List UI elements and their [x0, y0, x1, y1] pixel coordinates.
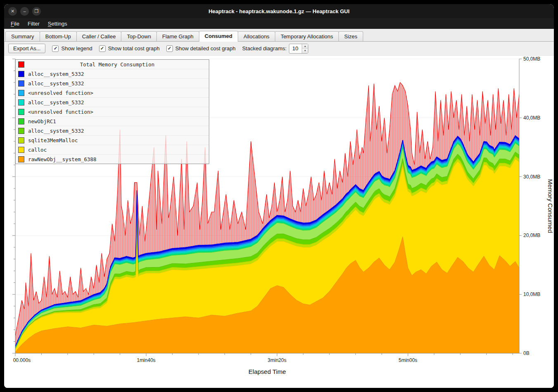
checkbox-box[interactable]: ✓	[99, 45, 106, 52]
titlebar[interactable]: ✕ – ❒ Heaptrack - heaptrack.wakunode.1.g…	[4, 4, 554, 18]
heaptrack-window: ✕ – ❒ Heaptrack - heaptrack.wakunode.1.g…	[4, 4, 554, 388]
tab-consumed[interactable]: Consumed	[199, 31, 238, 42]
legend-swatch	[18, 99, 24, 106]
close-button[interactable]: ✕	[8, 7, 17, 16]
y-tick-label: 50,0MB	[523, 56, 540, 62]
checkbox-show-total-cost-graph[interactable]: ✓Show total cost graph	[99, 45, 160, 52]
toolbar-checkboxes: ✓Show legend✓Show total cost graph✓Show …	[52, 45, 235, 52]
y-tick-label: 20,0MB	[523, 232, 540, 238]
legend-swatch	[18, 118, 24, 124]
legend-label: <unresolved function>	[28, 90, 93, 96]
stacked-diagrams-label: Stacked diagrams:	[242, 45, 287, 52]
legend-label: alloc__system_5332	[28, 80, 84, 87]
legend-item: calloc	[16, 145, 209, 155]
legend-swatch	[18, 128, 24, 134]
menu-filter[interactable]: Filter	[24, 19, 44, 28]
legend-label: newObjRC1	[28, 118, 56, 124]
legend-item: newObjRC1	[16, 117, 209, 126]
y-axis-title: Memory Consumed	[547, 179, 554, 233]
stacked-diagrams-spinbox[interactable]: 10 ▲ ▼	[289, 44, 308, 54]
y-tick-label: 10,0MB	[523, 291, 540, 297]
legend-label: alloc__system_5332	[28, 128, 84, 134]
export-as-button[interactable]: Export As...	[8, 44, 45, 53]
legend-swatch	[18, 137, 24, 143]
legend-item: <unresolved function>	[16, 107, 209, 117]
checkbox-show-detailed-cost-graph[interactable]: ✓Show detailed cost graph	[166, 45, 236, 52]
legend-label: alloc__system_5332	[28, 71, 84, 77]
tab-sizes[interactable]: Sizes	[338, 31, 363, 41]
toolbar: Export As... ✓Show legend✓Show total cos…	[4, 42, 554, 56]
legend-swatch	[18, 109, 24, 115]
x-tick-label: 3min20s	[268, 357, 286, 363]
legend-item: rawNewObj__system_6388	[16, 155, 209, 164]
window-controls: ✕ – ❒	[8, 4, 41, 18]
spin-up-button[interactable]: ▲	[302, 44, 308, 49]
legend-item: alloc__system_5332	[16, 126, 209, 136]
legend-swatch	[18, 61, 24, 68]
legend-swatch	[18, 156, 24, 162]
menu-file[interactable]: File	[7, 19, 24, 28]
stacked-diagrams-value: 10	[289, 44, 302, 53]
y-tick-label: 30,0MB	[523, 174, 540, 180]
x-tick-label: 00.000s	[13, 357, 31, 363]
legend-item: alloc__system_5332	[16, 79, 209, 88]
checkbox-label: Show legend	[61, 45, 92, 52]
tab-bottom-up[interactable]: Bottom-Up	[40, 31, 77, 41]
tab-caller-callee[interactable]: Caller / Callee	[76, 31, 122, 41]
checkbox-label: Show detailed cost graph	[175, 45, 236, 52]
legend-label: sqlite3MemMalloc	[28, 137, 78, 143]
legend-swatch	[18, 90, 24, 96]
checkbox-show-legend[interactable]: ✓Show legend	[52, 45, 92, 52]
checkbox-box[interactable]: ✓	[52, 45, 59, 52]
chart-legend: Total Memory Consumptionalloc__system_53…	[15, 59, 209, 164]
window-title: Heaptrack - heaptrack.wakunode.1.gz — He…	[208, 8, 350, 14]
legend-label: rawNewObj__system_6388	[28, 156, 97, 162]
legend-swatch	[18, 80, 24, 87]
y-tick-label: 40,0MB	[523, 115, 540, 121]
x-axis-title: Elapsed Time	[248, 368, 286, 375]
spinner-buttons: ▲ ▼	[302, 44, 308, 53]
legend-item: alloc__system_5332	[16, 69, 209, 79]
minimize-button[interactable]: –	[20, 7, 29, 16]
spin-down-button[interactable]: ▼	[302, 48, 308, 53]
tab-allocations[interactable]: Allocations	[238, 31, 275, 41]
x-tick-label: 5min00s	[399, 357, 417, 363]
legend-title-row: Total Memory Consumption	[16, 60, 209, 69]
chart-area[interactable]: 0B10,0MB20,0MB30,0MB40,0MB50,0MB00.000s1…	[4, 56, 554, 388]
tab-bar: SummaryBottom-UpCaller / CalleeTop-DownF…	[4, 29, 554, 42]
x-tick-label: 1min40s	[137, 357, 155, 363]
legend-label: calloc	[28, 147, 47, 153]
legend-item: <unresolved function>	[16, 88, 209, 98]
legend-item: alloc__system_5332	[16, 98, 209, 107]
tab-temporary-allocations[interactable]: Temporary Allocations	[275, 31, 339, 41]
tab-summary[interactable]: Summary	[5, 31, 40, 41]
menubar: FileFilterSettings	[4, 18, 554, 29]
y-tick-label: 0B	[523, 350, 530, 356]
menu-settings[interactable]: Settings	[44, 19, 71, 28]
checkbox-box[interactable]: ✓	[166, 45, 173, 52]
maximize-button[interactable]: ❒	[32, 7, 41, 16]
checkbox-label: Show total cost graph	[108, 45, 160, 52]
legend-swatch	[18, 71, 24, 77]
legend-title: Total Memory Consumption	[28, 61, 206, 68]
tab-flame-graph[interactable]: Flame Graph	[156, 31, 199, 41]
legend-label: alloc__system_5332	[28, 99, 84, 106]
legend-swatch	[18, 147, 24, 153]
tab-top-down[interactable]: Top-Down	[121, 31, 157, 41]
legend-item: sqlite3MemMalloc	[16, 136, 209, 145]
legend-label: <unresolved function>	[28, 109, 93, 115]
